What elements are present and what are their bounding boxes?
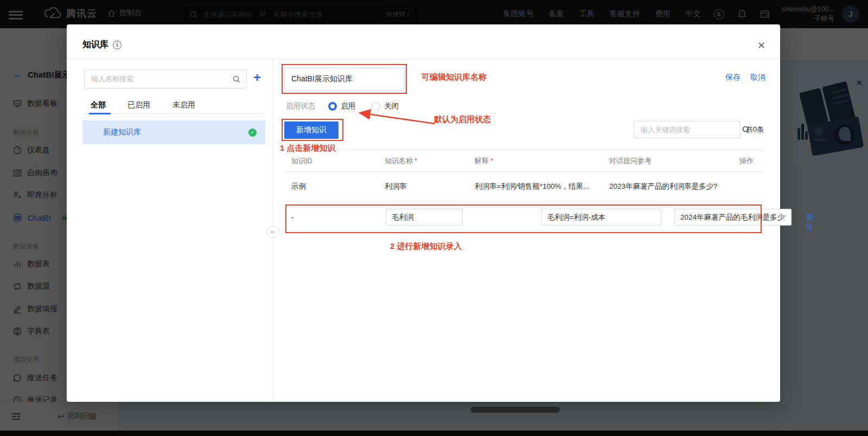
modal-header-divider	[67, 59, 780, 59]
enabled-check-icon: ✓	[248, 129, 257, 137]
col-question-ref: 对话提问参考	[605, 156, 736, 166]
knowledge-base-modal: 知识库 i ✕ ◂▸ + 全部 已启用 未启用 新建知识库 ✓ 保存 取消 启用…	[67, 24, 780, 402]
kb-item-name: 新建知识库	[103, 127, 248, 137]
save-cancel-links: 保存 取消	[725, 73, 765, 82]
tab-enabled[interactable]: 已启用	[127, 100, 150, 110]
table-header-row: 知识ID 知识名称* 解释* 对话提问参考 操作	[285, 150, 765, 172]
enable-status-row: 启用状态 启用 关闭	[286, 101, 415, 112]
cancel-link[interactable]: 取消	[750, 73, 765, 82]
edit-name-input[interactable]	[386, 209, 463, 226]
edit-explain-input[interactable]	[541, 209, 661, 226]
modal-title: 知识库 i	[82, 39, 122, 50]
active-tab-indicator	[89, 113, 111, 114]
info-icon[interactable]: i	[113, 41, 122, 49]
col-knowledge-id: 知识ID	[285, 156, 381, 166]
tab-underline	[84, 113, 265, 114]
knowledge-table: 知识ID 知识名称* 解释* 对话提问参考 操作 示例 利润率 利润率=利润/销…	[285, 150, 765, 233]
cell-explain: 利润率=利润/销售额*100%，结果...	[471, 182, 605, 191]
col-explain: 解释*	[471, 156, 605, 166]
annotation-step1: 1 点击新增知识	[280, 143, 336, 153]
col-knowledge-name: 知识名称*	[381, 156, 471, 166]
annotation-status-note: 默认为启用状态	[434, 114, 491, 125]
kb-search-box[interactable]	[84, 69, 247, 88]
keyword-search-box[interactable]	[634, 121, 741, 138]
radio-disabled[interactable]	[372, 102, 380, 111]
col-actions: 操作	[736, 156, 765, 166]
tab-disabled[interactable]: 未启用	[173, 100, 195, 110]
kb-list-item-selected[interactable]: 新建知识库 ✓	[82, 120, 265, 144]
required-mark: *	[414, 157, 417, 165]
table-row-edit: - 删除	[285, 202, 765, 233]
annotation-step2: 2 进行新增知识录入	[390, 241, 462, 252]
cell-name: 利润率	[381, 182, 471, 191]
radio-enabled[interactable]	[328, 102, 337, 111]
table-row-example: 示例 利润率 利润率=利润/销售额*100%，结果... 2023年麻薯产品的利…	[285, 172, 765, 202]
search-icon[interactable]	[232, 75, 241, 84]
radio-disabled-label[interactable]: 关闭	[384, 101, 399, 111]
status-label: 启用状态	[286, 101, 315, 111]
add-knowledge-button[interactable]: 新增知识	[284, 121, 339, 139]
delete-link[interactable]: 删除	[806, 213, 814, 232]
total-count-label: 共0条	[746, 125, 764, 134]
tab-all[interactable]: 全部	[91, 100, 106, 110]
kb-search-input[interactable]	[85, 70, 227, 88]
modal-close-icon[interactable]: ✕	[757, 41, 765, 50]
cell-id: 示例	[285, 182, 381, 191]
kb-name-input[interactable]	[284, 68, 405, 91]
radio-enabled-label[interactable]: 启用	[341, 101, 355, 111]
cell-id: -	[285, 213, 381, 221]
required-mark: *	[490, 157, 493, 165]
save-link[interactable]: 保存	[725, 73, 741, 82]
pane-resize-handle[interactable]: ◂▸	[267, 226, 279, 238]
annotation-name-note: 可编辑知识库名称	[422, 72, 487, 82]
keyword-search-input[interactable]	[634, 121, 736, 138]
edit-question-input[interactable]	[674, 209, 792, 226]
cell-question: 2023年麻薯产品的利润率是多少?	[605, 182, 736, 191]
add-knowledge-base-button[interactable]: +	[253, 71, 261, 84]
